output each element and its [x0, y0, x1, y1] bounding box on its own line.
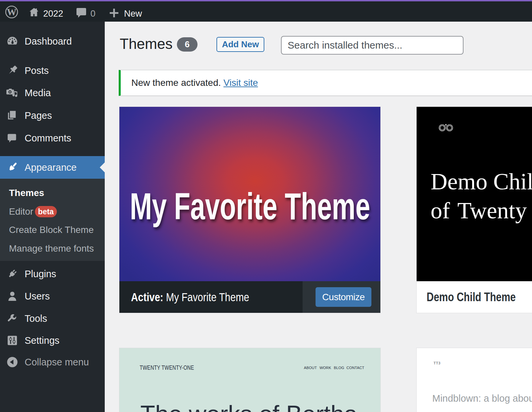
svg-text:W: W	[7, 7, 17, 17]
